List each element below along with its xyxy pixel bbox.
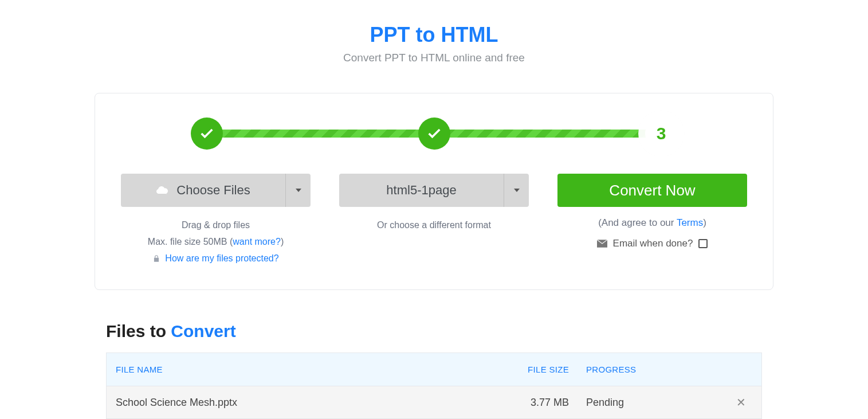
upload-icon (156, 183, 170, 197)
table-header: FILE NAME FILE SIZE PROGRESS (107, 353, 761, 386)
check-icon (426, 126, 442, 142)
cell-file-size: 3.77 MB (512, 397, 586, 409)
format-selected-label: html5-1page (386, 183, 456, 198)
cell-file-name: School Science Mesh.pptx (116, 397, 512, 409)
check-icon (199, 126, 215, 142)
page-subtitle: Convert PPT to HTML online and free (0, 52, 868, 64)
agree-text: (And agree to our Terms) (598, 217, 706, 229)
lock-icon (152, 254, 160, 263)
choose-files-dropdown-button[interactable] (285, 174, 311, 207)
converter-card: 3 Choose Files Drag & drop files Ma (95, 93, 773, 290)
email-when-done-label: Email when done? (613, 238, 693, 249)
format-helper-text: Or choose a different format (377, 217, 491, 234)
column-header-progress: PROGRESS (586, 365, 729, 374)
choose-files-label: Choose Files (176, 183, 250, 198)
upload-column: Choose Files Drag & drop files Max. file… (121, 174, 311, 267)
files-section-title: Files to Convert (106, 322, 762, 341)
step-1-circle (191, 118, 223, 150)
files-table: FILE NAME FILE SIZE PROGRESS School Scie… (106, 353, 762, 419)
format-dropdown-button[interactable] (504, 174, 529, 207)
convert-column: Convert Now (And agree to our Terms) Ema… (557, 174, 747, 267)
step-3-circle: 3 (645, 118, 677, 150)
caret-down-icon (514, 189, 520, 192)
close-icon: ✕ (736, 395, 746, 409)
files-protected-link[interactable]: How are my files protected? (165, 250, 278, 267)
drag-drop-text: Drag & drop files (148, 217, 284, 234)
caret-down-icon (296, 189, 301, 192)
column-header-name: FILE NAME (116, 365, 512, 374)
terms-link[interactable]: Terms (677, 217, 703, 228)
page-title: PPT to HTML (0, 23, 868, 47)
email-when-done-checkbox[interactable] (698, 239, 708, 248)
choose-files-button[interactable]: Choose Files (121, 174, 285, 207)
table-row: School Science Mesh.pptx 3.77 MB Pending… (107, 386, 761, 418)
convert-now-button[interactable]: Convert Now (557, 174, 747, 207)
remove-file-button[interactable]: ✕ (734, 395, 748, 409)
progress-stepper: 3 (207, 116, 661, 151)
cell-progress: Pending (586, 397, 729, 409)
column-header-size: FILE SIZE (512, 365, 586, 374)
max-size-text: Max. file size 50MB (want more?) (148, 234, 284, 250)
want-more-link[interactable]: want more? (233, 237, 281, 246)
step-2-circle (418, 118, 450, 150)
format-column: html5-1page Or choose a different format (339, 174, 529, 267)
mail-icon (597, 240, 607, 248)
format-select-button[interactable]: html5-1page (339, 174, 504, 207)
